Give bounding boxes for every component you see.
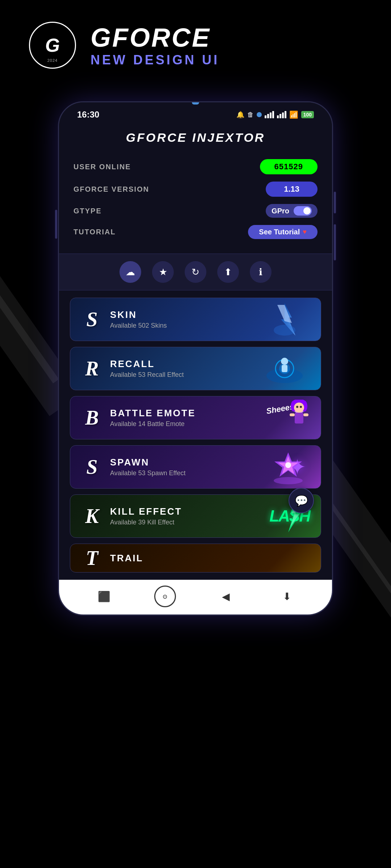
chat-bubble[interactable]: 💬 [289, 488, 314, 513]
battle-letter: B [81, 406, 103, 429]
menu-item-trail[interactable]: T TRAIL [70, 544, 321, 573]
signal-bars-2 [277, 111, 286, 118]
tutorial-btn-label: See Tutorial [259, 228, 300, 236]
star-icon: ★ [159, 267, 167, 278]
gtype-value: GPro [272, 207, 289, 215]
menu-section: S SKIN Available 502 Skins [59, 290, 332, 580]
bottom-navigation: ⬛ ⊙ ◀ ⬇ [59, 580, 332, 614]
menu-item-battle-emote[interactable]: B BATTLE EMOTE Available 14 Battle Emote… [70, 396, 321, 439]
volume-button [55, 210, 57, 239]
info-section: USER ONLINE 651529 GFORCE VERSION 1.13 G… [59, 148, 332, 254]
square-icon: ⬛ [98, 591, 110, 603]
battle-title: BATTLE EMOTE [110, 408, 196, 419]
spawn-letter: S [81, 455, 103, 478]
recall-text: RECALL Available 53 Recall Effect [110, 358, 184, 379]
header: G 2024 GFORCE NEW DESIGN UI [0, 0, 391, 83]
version-row: GFORCE VERSION 1.13 [73, 178, 318, 200]
skin-letter: S [81, 308, 103, 331]
spawn-card-content: S SPAWN Available 53 Spawn Effect [70, 455, 321, 478]
power-button-top [334, 192, 336, 213]
recall-letter: R [81, 357, 103, 380]
gtype-row: GTYPE GPro [73, 200, 318, 221]
skin-text: SKIN Available 502 Skins [110, 309, 167, 329]
recall-subtitle: Available 53 Recall Effect [110, 371, 184, 379]
gtype-label: GTYPE [73, 207, 102, 215]
menu-item-recall[interactable]: R RECALL Available 53 Recall Effect [70, 347, 321, 390]
wifi-icon: 📶 [289, 110, 298, 119]
nav-home-btn[interactable]: ⊙ [154, 586, 176, 607]
nav-share-btn[interactable]: ⬆ [217, 261, 239, 283]
tutorial-label: TUTORIAL [73, 228, 116, 236]
nav-star-btn[interactable]: ★ [152, 261, 174, 283]
battle-text: BATTLE EMOTE Available 14 Battle Emote [110, 408, 196, 428]
heart-icon: ♥ [303, 228, 307, 236]
logo: G 2024 [29, 22, 76, 69]
tutorial-button[interactable]: See Tutorial ♥ [248, 225, 318, 239]
skin-title: SKIN [110, 309, 167, 320]
trail-card-content: T TRAIL [70, 546, 321, 570]
status-icons: 🔔 🗑 📶 100 [236, 110, 314, 119]
signal-bars [265, 111, 274, 118]
version-value: 1.13 [266, 182, 318, 197]
toggle-switch[interactable] [294, 206, 312, 216]
trail-text: TRAIL [110, 553, 143, 564]
spawn-subtitle: Available 53 Spawn Effect [110, 469, 185, 477]
skin-card-content: S SKIN Available 502 Skins [70, 308, 321, 331]
brand-text: GFORCE NEW DESIGN UI [91, 23, 219, 68]
logo-year: 2024 [47, 58, 58, 63]
spawn-text: SPAWN Available 53 Spawn Effect [110, 457, 185, 477]
kill-card-content: K KILL EFFECT Available 39 Kill Effect [70, 505, 321, 528]
notification-icon: 🔔 [236, 111, 244, 119]
kill-subtitle: Available 39 Kill Effect [110, 519, 182, 526]
nav-icons-bar: ☁ ★ ↻ ⬆ ℹ [59, 254, 332, 290]
info-icon: ℹ [259, 267, 262, 278]
status-time: 16:30 [77, 110, 99, 120]
refresh-icon: ↻ [192, 267, 199, 278]
download-icon: ⬇ [283, 591, 291, 603]
recall-title: RECALL [110, 358, 184, 370]
menu-item-spawn[interactable]: S SPAWN Available 53 Spawn Effect ✦ [70, 445, 321, 489]
gtype-toggle[interactable]: GPro [266, 204, 318, 218]
brand-name: GFORCE [91, 23, 219, 52]
menu-item-kill-effect[interactable]: K KILL EFFECT Available 39 Kill Effect L… [70, 494, 321, 538]
trash-icon: 🗑 [247, 111, 254, 119]
user-online-value: 651529 [260, 159, 318, 174]
kill-letter: K [81, 505, 103, 528]
nav-square-btn[interactable]: ⬛ [93, 586, 115, 607]
dot-indicator [257, 112, 262, 117]
back-icon: ◀ [222, 591, 230, 603]
phone-wrapper: 16:30 🔔 🗑 📶 [58, 101, 333, 616]
share-icon: ⬆ [224, 267, 232, 278]
battery-indicator: 100 [301, 111, 314, 118]
brand-subtitle: NEW DESIGN UI [91, 52, 219, 68]
phone-notch [192, 102, 199, 105]
nav-refresh-btn[interactable]: ↻ [185, 261, 206, 283]
nav-info-btn[interactable]: ℹ [250, 261, 272, 283]
user-online-row: USER ONLINE 651529 [73, 156, 318, 178]
phone: 16:30 🔔 🗑 📶 [58, 101, 333, 616]
nav-download-btn[interactable]: ⬇ [276, 586, 298, 607]
nav-back-btn[interactable]: ◀ [215, 586, 237, 607]
home-icon: ⊙ [163, 593, 167, 600]
toggle-knob [303, 207, 311, 214]
skin-subtitle: Available 502 Skins [110, 322, 167, 329]
spawn-title: SPAWN [110, 457, 185, 468]
cloud-icon: ☁ [126, 267, 135, 278]
tutorial-row: TUTORIAL See Tutorial ♥ [73, 221, 318, 243]
kill-text: KILL EFFECT Available 39 Kill Effect [110, 506, 182, 526]
user-online-label: USER ONLINE [73, 163, 131, 171]
trail-letter: T [81, 546, 103, 570]
power-button-bottom [334, 224, 336, 260]
logo-letter: G [45, 34, 60, 56]
kill-title: KILL EFFECT [110, 506, 182, 517]
chat-icon: 💬 [295, 494, 308, 507]
battle-subtitle: Available 14 Battle Emote [110, 420, 196, 428]
nav-cloud-btn[interactable]: ☁ [119, 261, 141, 283]
version-label: GFORCE VERSION [73, 185, 149, 193]
battle-card-content: B BATTLE EMOTE Available 14 Battle Emote [70, 406, 321, 429]
recall-card-content: R RECALL Available 53 Recall Effect [70, 357, 321, 380]
menu-item-skin[interactable]: S SKIN Available 502 Skins [70, 298, 321, 341]
app-title: GFORCE INJEXTOR [59, 123, 332, 148]
trail-title: TRAIL [110, 553, 143, 564]
status-bar: 16:30 🔔 🗑 📶 [59, 102, 332, 123]
